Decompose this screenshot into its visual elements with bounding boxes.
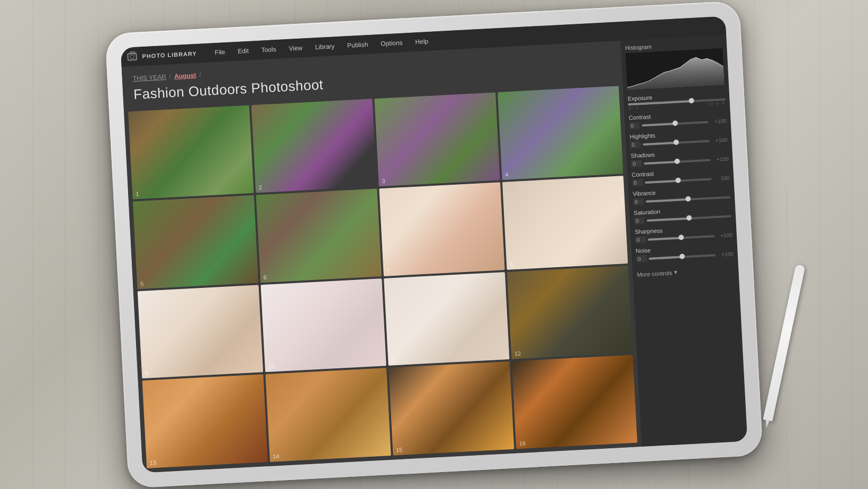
photo-number-14: 14 xyxy=(273,453,279,460)
shadows-value: 0 xyxy=(631,160,642,167)
app-logo: PHOTO LIBRARY xyxy=(127,50,197,61)
right-panel: Histogram xyxy=(620,35,747,447)
menu-publish[interactable]: Publish xyxy=(342,38,374,51)
photo-number-6: 6 xyxy=(263,274,267,280)
photo-8[interactable]: 8 xyxy=(502,176,628,270)
sharpness-max: +100 xyxy=(717,232,733,239)
highlights-control: Highlights 0 +100 xyxy=(630,129,728,149)
tablet-frame: PHOTO LIBRARY File Edit Tools View Libra… xyxy=(105,1,763,488)
menu-help[interactable]: Help xyxy=(410,35,434,48)
menu-options[interactable]: Options xyxy=(375,37,408,50)
photo-13[interactable]: 13 xyxy=(142,374,268,468)
photo-16[interactable]: 16 xyxy=(512,355,637,449)
more-controls-button[interactable]: More controls xyxy=(637,266,734,278)
histogram-section: Histogram xyxy=(625,40,725,90)
saturation-value: 0 xyxy=(634,217,645,224)
menu-tools[interactable]: Tools xyxy=(256,43,282,56)
contrast-track-2[interactable] xyxy=(645,178,711,184)
camera-icon xyxy=(127,53,137,61)
photo-15[interactable]: 15 xyxy=(388,361,514,456)
menu-edit[interactable]: Edit xyxy=(232,44,255,57)
photo-1[interactable]: 1 xyxy=(128,105,254,200)
sharpness-track[interactable] xyxy=(648,235,715,241)
photo-number-11: 11 xyxy=(391,357,398,364)
sharpness-control: Sharpness 0 +100 xyxy=(635,223,733,243)
sharpness-value: 0 xyxy=(635,236,646,243)
photo-12[interactable]: 12 xyxy=(507,265,632,359)
noise-value: 0 xyxy=(636,255,647,262)
highlights-track[interactable] xyxy=(643,140,710,146)
noise-track[interactable] xyxy=(649,254,716,260)
menu-file[interactable]: File xyxy=(209,46,230,59)
exp-tick-1: | - - | xyxy=(629,105,638,110)
app-title-text: PHOTO LIBRARY xyxy=(142,50,197,59)
photo-number-10: 10 xyxy=(268,363,275,370)
photo-7[interactable]: 7 xyxy=(379,182,504,276)
photo-number-5: 5 xyxy=(140,280,144,286)
photo-10[interactable]: 10 xyxy=(261,278,386,373)
exposure-control: Exposure | - - | - | - - | - + xyxy=(628,90,726,111)
photo-number-1: 1 xyxy=(135,191,139,197)
breadcrumb-sep-2: / xyxy=(199,71,201,79)
breadcrumb-sep-1: / xyxy=(169,73,171,80)
contrast-control-2: Contrast 0 100 xyxy=(631,167,729,187)
tablet-screen: PHOTO LIBRARY File Edit Tools View Libra… xyxy=(121,16,748,473)
photo-number-8: 8 xyxy=(510,261,513,267)
vibrance-control: Vibrance 0 xyxy=(632,186,730,206)
svg-marker-0 xyxy=(626,56,725,90)
menu-library[interactable]: Library xyxy=(310,40,340,53)
shadows-control: Shadows 0 +100 xyxy=(630,148,728,168)
noise-max: +100 xyxy=(717,251,734,258)
vibrance-track[interactable] xyxy=(646,196,730,202)
menu-view[interactable]: View xyxy=(283,42,308,55)
photo-number-3: 3 xyxy=(382,177,385,184)
vibrance-value: 0 xyxy=(633,198,644,205)
shadows-track[interactable] xyxy=(644,159,710,165)
main-panel: THIS YEAR / August / Fashion Outdoors Ph… xyxy=(122,41,642,473)
photo-6[interactable]: 6 xyxy=(256,188,382,283)
shadows-max: +100 xyxy=(712,156,729,163)
photo-3[interactable]: 3 xyxy=(374,93,500,187)
contrast-track-1[interactable] xyxy=(642,121,709,126)
content-area: THIS YEAR / August / Fashion Outdoors Ph… xyxy=(122,35,748,473)
photo-number-13: 13 xyxy=(150,459,157,466)
photo-number-7: 7 xyxy=(386,267,390,274)
contrast-max-2: 100 xyxy=(713,175,730,182)
noise-control: Noise 0 +100 xyxy=(636,242,734,262)
contrast-control-1: Contrast 0 +100 xyxy=(629,110,727,130)
photo-number-12: 12 xyxy=(514,350,521,357)
contrast-max-1: +100 xyxy=(710,118,727,125)
breadcrumb-august[interactable]: August xyxy=(174,71,196,80)
photo-number-9: 9 xyxy=(145,370,149,376)
photo-number-15: 15 xyxy=(396,447,403,454)
photo-4[interactable]: 4 xyxy=(498,86,623,180)
contrast-value-2: 0 xyxy=(632,179,643,186)
exp-tick-2: - | - - | - + xyxy=(707,101,725,106)
photo-number-16: 16 xyxy=(519,440,526,447)
saturation-track[interactable] xyxy=(647,215,731,221)
tablet-device: PHOTO LIBRARY File Edit Tools View Libra… xyxy=(105,1,763,488)
stylus-pen xyxy=(763,264,806,421)
photo-grid: 1 2 3 4 5 xyxy=(124,84,642,473)
saturation-control: Saturation 0 xyxy=(634,205,731,225)
highlights-max: +100 xyxy=(711,137,728,144)
photo-number-4: 4 xyxy=(505,171,509,177)
photo-2[interactable]: 2 xyxy=(251,99,377,193)
photo-14[interactable]: 14 xyxy=(265,368,391,462)
highlights-value: 0 xyxy=(630,141,641,148)
breadcrumb-this-year[interactable]: THIS YEAR xyxy=(132,73,166,82)
photo-number-2: 2 xyxy=(259,184,263,191)
photo-9[interactable]: 9 xyxy=(138,285,263,379)
contrast-value-1: 0 xyxy=(629,122,640,129)
histogram-canvas xyxy=(626,48,725,90)
photo-5[interactable]: 5 xyxy=(133,195,258,289)
photo-11[interactable]: 11 xyxy=(384,272,509,366)
